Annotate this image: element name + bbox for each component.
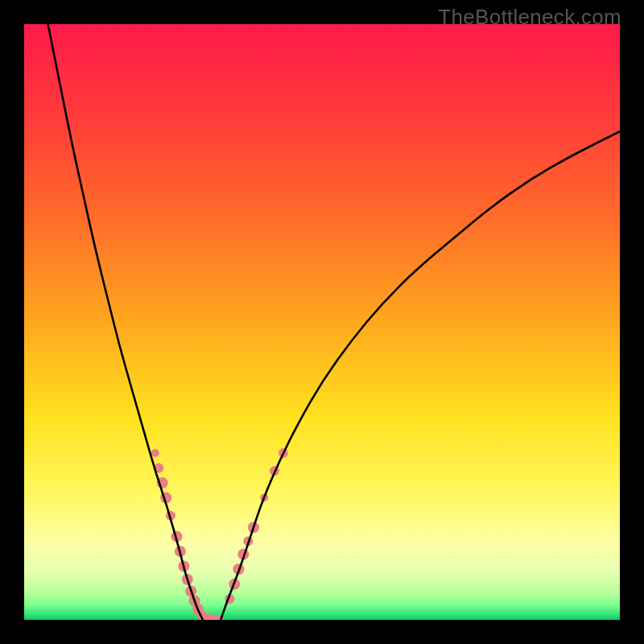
data-marker: [151, 449, 159, 457]
marker-layer: [151, 448, 288, 620]
plot-area: [24, 24, 620, 620]
left-curve: [48, 24, 203, 620]
curve-layer: [24, 24, 620, 620]
right-curve: [221, 131, 620, 620]
chart-frame: TheBottleneck.com: [0, 0, 644, 644]
